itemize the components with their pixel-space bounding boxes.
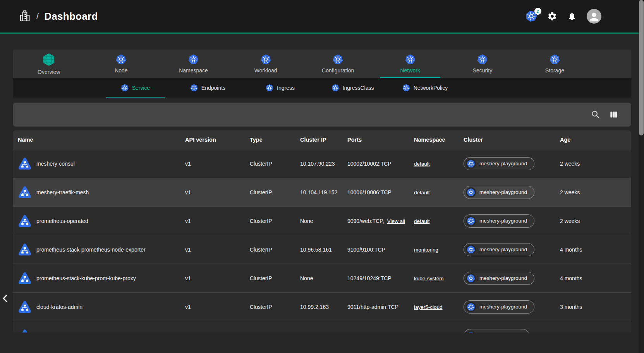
age: 3 months bbox=[555, 304, 631, 310]
tab-label: Network bbox=[400, 67, 420, 74]
breadcrumb: / Dashboard bbox=[19, 10, 98, 23]
tab-configuration[interactable]: Configuration bbox=[302, 50, 374, 78]
cluster-chip[interactable]: meshery-playground bbox=[464, 300, 534, 314]
namespace-link[interactable]: layer5-cloud bbox=[414, 304, 443, 310]
column-header-cluster[interactable]: Cluster bbox=[459, 137, 555, 143]
table-row[interactable]: prometheus-stack-kube-prom-kube-proxy v1… bbox=[13, 264, 631, 292]
notifications-button[interactable] bbox=[567, 12, 577, 21]
tab-label: Configuration bbox=[322, 67, 354, 74]
api-version: v1 bbox=[180, 189, 245, 195]
subtab-ingressclass[interactable]: IngressClass bbox=[316, 78, 389, 98]
ports: 9100/9100:TCP bbox=[347, 247, 385, 253]
subtab-endpoints[interactable]: Endpoints bbox=[172, 78, 244, 98]
namespace-link[interactable]: kube-system bbox=[414, 276, 444, 281]
subtab-label: IngressClass bbox=[343, 85, 374, 91]
view-columns-button[interactable] bbox=[609, 110, 619, 120]
drawer-collapse-button[interactable] bbox=[1, 290, 11, 307]
table-toolbar bbox=[13, 103, 631, 127]
cluster-name: meshery-playground bbox=[479, 247, 527, 252]
cluster-ip: None bbox=[295, 275, 342, 281]
services-table: Name API version Type Cluster IP Ports N… bbox=[13, 130, 631, 332]
scrollbar-thumb[interactable] bbox=[639, 0, 644, 135]
namespace-link[interactable]: default bbox=[414, 161, 430, 167]
service-name: prometheus-stack-prometheus-node-exporte… bbox=[36, 247, 146, 253]
organization-building-icon[interactable] bbox=[19, 10, 31, 23]
service-icon bbox=[18, 329, 32, 333]
settings-button[interactable] bbox=[547, 11, 557, 21]
age: 4 months bbox=[555, 247, 631, 253]
vertical-scrollbar[interactable] bbox=[639, 0, 644, 353]
kubernetes-icon bbox=[477, 54, 488, 65]
table-row[interactable]: cloud-kratos-admin v1 ClusterIP 10.99.2.… bbox=[13, 292, 631, 321]
kubernetes-icon bbox=[466, 331, 476, 333]
subtab-ingress[interactable]: Ingress bbox=[244, 78, 316, 98]
table-row[interactable]: prometheus-operated v1 ClusterIP None 90… bbox=[13, 206, 631, 235]
tab-security[interactable]: Security bbox=[447, 50, 519, 78]
subtab-label: NetworkPolicy bbox=[414, 85, 448, 91]
kubernetes-icon bbox=[466, 245, 476, 255]
tab-workload[interactable]: Workload bbox=[230, 50, 302, 78]
column-header-cluster-ip[interactable]: Cluster IP bbox=[295, 137, 342, 143]
tab-network[interactable]: Network bbox=[374, 50, 447, 78]
tab-namespace[interactable]: Namespace bbox=[157, 50, 230, 78]
cluster-chip[interactable] bbox=[464, 329, 529, 333]
api-version: v1 bbox=[180, 161, 245, 167]
table-row[interactable]: meshery-traefik-mesh v1 ClusterIP 10.104… bbox=[13, 178, 631, 206]
service-type: ClusterIP bbox=[245, 189, 295, 195]
cluster-ip: 10.99.2.163 bbox=[295, 304, 342, 310]
view-all-link[interactable]: View all bbox=[387, 218, 405, 224]
service-icon bbox=[18, 243, 32, 257]
table-row[interactable]: meshery bbox=[13, 321, 631, 332]
namespace-link[interactable]: monitoring bbox=[414, 247, 438, 253]
search-icon bbox=[591, 110, 601, 120]
kubernetes-icon bbox=[188, 54, 199, 65]
kubernetes-icon bbox=[333, 54, 343, 65]
age: 4 months bbox=[555, 275, 631, 281]
subtab-label: Endpoints bbox=[201, 85, 225, 91]
table-row[interactable]: meshery-consul v1 ClusterIP 10.107.90.22… bbox=[13, 149, 631, 178]
namespace-link[interactable]: default bbox=[414, 190, 430, 195]
gear-icon bbox=[547, 11, 557, 21]
subtab-service[interactable]: Service bbox=[99, 78, 172, 98]
service-type: ClusterIP bbox=[245, 247, 295, 253]
service-name: meshery-traefik-mesh bbox=[36, 189, 89, 195]
age: 2 weeks bbox=[555, 189, 631, 195]
kubernetes-icon bbox=[405, 54, 416, 65]
cluster-name: meshery-playground bbox=[479, 218, 527, 224]
tab-storage[interactable]: Storage bbox=[519, 50, 591, 78]
kubernetes-context-button[interactable]: 1 bbox=[526, 10, 537, 22]
search-button[interactable] bbox=[591, 110, 601, 120]
cluster-chip[interactable]: meshery-playground bbox=[464, 214, 534, 228]
column-header-api-version[interactable]: API version bbox=[180, 137, 245, 143]
kubernetes-icon bbox=[466, 302, 476, 312]
service-icon bbox=[18, 185, 32, 199]
bell-icon bbox=[567, 12, 577, 21]
column-header-name[interactable]: Name bbox=[13, 137, 180, 143]
column-header-age[interactable]: Age bbox=[555, 137, 631, 143]
tab-node[interactable]: Node bbox=[85, 50, 158, 78]
kubernetes-icon bbox=[466, 273, 476, 283]
tab-label: Workload bbox=[254, 67, 277, 74]
tab-overview[interactable]: Overview bbox=[13, 50, 85, 78]
service-type: ClusterIP bbox=[245, 161, 295, 167]
subtab-networkpolicy[interactable]: NetworkPolicy bbox=[389, 78, 461, 98]
cluster-chip[interactable]: meshery-playground bbox=[464, 157, 534, 170]
age: 2 weeks bbox=[555, 161, 631, 167]
table-header-row: Name API version Type Cluster IP Ports N… bbox=[13, 130, 631, 149]
kubernetes-icon bbox=[266, 84, 273, 92]
cluster-chip[interactable]: meshery-playground bbox=[464, 272, 534, 285]
cluster-chip[interactable]: meshery-playground bbox=[464, 186, 534, 199]
namespace-link[interactable]: default bbox=[414, 218, 430, 224]
column-header-ports[interactable]: Ports bbox=[342, 137, 409, 143]
tab-label: Node bbox=[115, 67, 127, 74]
column-header-namespace[interactable]: Namespace bbox=[409, 137, 459, 143]
cluster-chip[interactable]: meshery-playground bbox=[464, 243, 534, 256]
user-avatar[interactable] bbox=[587, 9, 601, 24]
kubernetes-icon bbox=[402, 84, 410, 92]
columns-icon bbox=[609, 110, 619, 120]
table-row[interactable]: prometheus-stack-prometheus-node-exporte… bbox=[13, 235, 631, 264]
service-name: meshery-consul bbox=[36, 161, 75, 167]
ports: 10002/10002:TCP bbox=[347, 161, 392, 167]
column-header-type[interactable]: Type bbox=[245, 137, 295, 143]
service-name: prometheus-stack-kube-prom-kube-proxy bbox=[36, 275, 136, 281]
